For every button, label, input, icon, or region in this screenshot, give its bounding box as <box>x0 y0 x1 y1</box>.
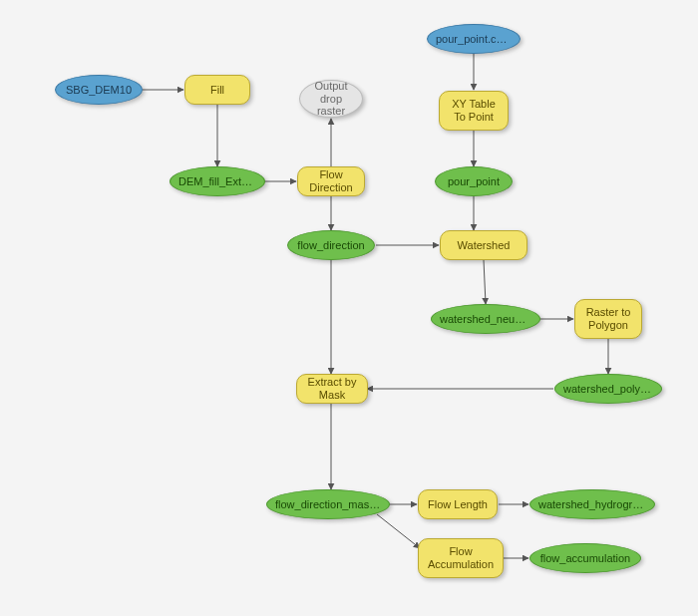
data-flow-accumulation[interactable]: flow_accumulation <box>529 543 641 573</box>
output-drop-raster[interactable]: Output drop raster <box>299 80 363 118</box>
input-pour-point-csv[interactable]: pour_point.csv… <box>427 24 521 54</box>
node-label: Flow Length <box>427 498 489 511</box>
node-label: Extract by Mask <box>305 376 359 401</box>
node-label: Fill <box>193 84 241 97</box>
node-label: Flow Accumulation <box>427 545 495 570</box>
node-label: Output drop raster <box>308 80 354 118</box>
data-watershed-polygon[interactable]: watershed_polygon <box>554 374 662 404</box>
node-label: pour_point <box>444 175 504 188</box>
tool-extract-by-mask[interactable]: Extract by Mask <box>296 374 368 404</box>
input-sbg-dem10[interactable]: SBG_DEM10 <box>55 75 143 105</box>
node-label: SBG_DEM10 <box>64 84 134 97</box>
tool-flow-direction[interactable]: Flow Direction <box>297 166 365 196</box>
node-label: watershed_polygon <box>563 383 653 396</box>
data-watershed-neubach[interactable]: watershed_neubach <box>431 304 540 334</box>
data-pour-point[interactable]: pour_point <box>435 166 513 196</box>
tool-flow-length[interactable]: Flow Length <box>418 489 498 519</box>
data-flow-direction-masked[interactable]: flow_direction_masked <box>266 489 390 519</box>
tool-xy-table-to-point[interactable]: XY Table To Point <box>439 91 509 131</box>
node-label: Raster to Polygon <box>583 306 633 331</box>
model-canvas[interactable]: SBG_DEM10 pour_point.csv… Fill XY Table … <box>0 0 698 616</box>
tool-raster-to-polygon[interactable]: Raster to Polygon <box>574 299 642 339</box>
node-label: DEM_fill_Extent <box>178 175 256 188</box>
data-flow-direction[interactable]: flow_direction <box>287 230 375 260</box>
node-label: Watershed <box>449 239 519 252</box>
node-label: Flow Direction <box>306 168 356 193</box>
node-label: flow_accumulation <box>538 552 632 565</box>
data-watershed-hydrograph[interactable]: watershed_hydrograph <box>529 489 655 519</box>
node-label: pour_point.csv… <box>436 33 512 46</box>
node-label: XY Table To Point <box>448 98 500 123</box>
node-label: flow_direction <box>296 239 366 252</box>
node-label: watershed_hydrograph <box>538 498 646 511</box>
data-dem-fill-extent[interactable]: DEM_fill_Extent <box>170 166 265 196</box>
tool-watershed[interactable]: Watershed <box>440 230 527 260</box>
node-label: flow_direction_masked <box>275 498 381 511</box>
tool-fill[interactable]: Fill <box>184 75 250 105</box>
node-label: watershed_neubach <box>440 313 531 326</box>
tool-flow-accumulation[interactable]: Flow Accumulation <box>418 538 504 578</box>
